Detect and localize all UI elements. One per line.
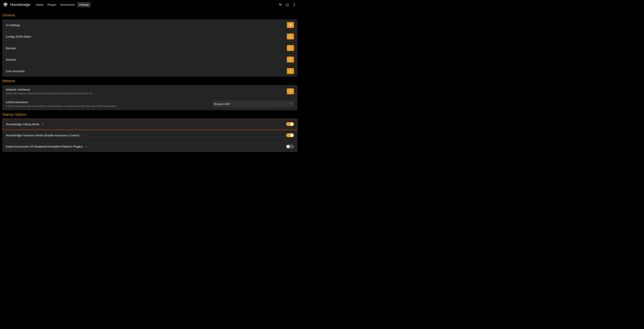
row-user-accounts: User Accounts — [2, 65, 298, 77]
nav-link-accessories[interactable]: Accessories — [58, 2, 77, 8]
nav-link-settings[interactable]: Settings — [77, 2, 91, 8]
row-mdns-advertiser: mDNS Advertiser If you're having trouble… — [2, 98, 298, 110]
sliders-icon — [289, 24, 292, 26]
ui-settings-button[interactable] — [287, 22, 294, 28]
backup-button[interactable] — [287, 45, 294, 51]
mdns-select-wrap: Bonjour HAP — [212, 101, 294, 107]
navbar: Homebridge StatusPluginsAccessoriesSetti… — [0, 0, 300, 9]
row-label: Keep Accessories Of Disabled/Uninstalled… — [6, 145, 286, 148]
settings-page: General UI SettingsConfig JSON EditorBac… — [0, 9, 300, 152]
svg-point-4 — [290, 24, 290, 24]
section-title-startup: Startup Options — [2, 112, 298, 117]
chevron-right-icon — [289, 47, 292, 49]
mdns-select[interactable]: Bonjour HAP — [212, 101, 294, 107]
general-panel: UI SettingsConfig JSON EditorBackupResto… — [2, 19, 298, 77]
toggle-knob — [286, 145, 290, 148]
section-title-general: General — [2, 13, 298, 17]
cli-flag: -I — [80, 134, 84, 137]
row-network-interfaces: Network Interfaces Select the network in… — [2, 85, 298, 98]
row-label: Backup — [6, 46, 287, 50]
chevron-right-icon — [289, 70, 292, 72]
activity-icon[interactable] — [279, 3, 282, 6]
row-startup-option: Keep Accessories Of Disabled/Uninstalled… — [2, 141, 298, 152]
svg-point-5 — [290, 25, 291, 25]
row-label: User Accounts — [6, 70, 287, 73]
row-sub: If you're having trouble connecting to H… — [6, 104, 212, 108]
chevron-right-icon — [289, 35, 292, 38]
row-ui-settings: UI Settings — [2, 19, 298, 31]
row-label: Network Interfaces — [6, 88, 287, 91]
startup-panel: Homebridge Debug Mode -DHomebridge 'Inse… — [2, 119, 298, 152]
toggle[interactable] — [286, 144, 294, 148]
row-label: Homebridge 'Insecure' Mode (Enable Acces… — [6, 134, 286, 137]
row-label: UI Settings — [6, 24, 287, 27]
row-sub: Select the network interfaces that Homeb… — [6, 92, 287, 95]
row-label: Config JSON Editor — [6, 35, 287, 38]
row-label: mDNS Advertiser — [6, 100, 212, 104]
row-label: Homebridge Debug Mode -D — [6, 122, 286, 126]
nav-links: StatusPluginsAccessoriesSettings — [34, 2, 91, 8]
row-label: Restore — [6, 58, 287, 61]
nav-link-status[interactable]: Status — [34, 2, 46, 8]
toggle-knob — [290, 134, 294, 137]
row-startup-option: Homebridge Debug Mode -D — [2, 119, 298, 130]
network-interfaces-button[interactable] — [287, 88, 294, 94]
row-startup-option: Homebridge 'Insecure' Mode (Enable Acces… — [2, 130, 298, 141]
config-json-editor-button[interactable] — [287, 34, 294, 40]
kebab-menu-icon[interactable] — [293, 3, 296, 6]
toggle-knob — [290, 122, 294, 126]
chevron-right-icon — [289, 58, 292, 61]
brand[interactable]: Homebridge — [3, 2, 30, 8]
user-accounts-button[interactable] — [287, 68, 294, 74]
row-backup: Backup — [2, 42, 298, 54]
brand-title: Homebridge — [10, 2, 30, 7]
restore-button[interactable] — [287, 56, 294, 62]
chevron-right-icon — [289, 90, 292, 93]
row-config-json-editor: Config JSON Editor — [2, 31, 298, 42]
nav-icons — [279, 3, 297, 6]
toggle[interactable] — [286, 122, 294, 126]
cli-flag: -D — [40, 123, 44, 126]
homebridge-logo-icon — [3, 2, 8, 8]
network-panel: Network Interfaces Select the network in… — [2, 85, 298, 110]
svg-point-6 — [290, 25, 290, 26]
nav-link-plugins[interactable]: Plugins — [46, 2, 58, 8]
toggle[interactable] — [286, 133, 294, 137]
section-title-network: Network — [2, 79, 298, 83]
row-restore: Restore — [2, 54, 298, 65]
cli-flag: -K — [84, 145, 87, 148]
power-icon[interactable] — [286, 3, 289, 6]
